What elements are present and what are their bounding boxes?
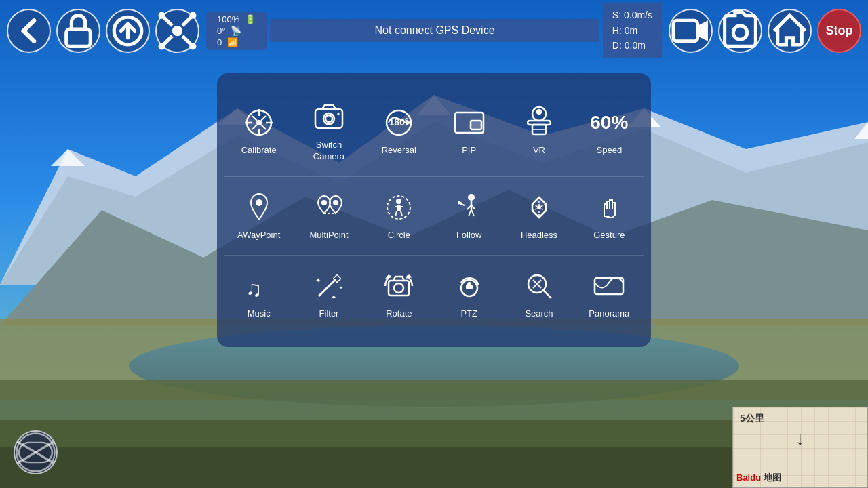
speed-value: 60% [590, 112, 628, 134]
waypoint-icon [242, 190, 276, 224]
drone-button[interactable] [155, 9, 199, 53]
multipoint-label: MultiPoint [309, 230, 348, 241]
follow-item[interactable]: Follow [434, 184, 504, 248]
svg-line-62 [471, 209, 474, 216]
svg-line-55 [395, 211, 397, 216]
calibrate-label: Calibrate [241, 145, 277, 157]
signal-icon: 📡 [231, 26, 241, 36]
battery-info: 100% 🔋 0° 📡 0 📶 [206, 12, 267, 50]
awaypointpoint-item[interactable]: AWayPoint [224, 184, 294, 248]
follow-icon [452, 190, 486, 224]
circle-icon [382, 190, 416, 224]
back-button[interactable] [7, 9, 51, 53]
gesture-label: Gesture [593, 230, 625, 241]
rotate-item[interactable]: Rotate [364, 262, 434, 327]
distance-value: D: 0.0m [612, 38, 652, 53]
header: 100% 🔋 0° 📡 0 📶 Not connect GPS Device S… [0, 0, 868, 61]
music-label: Music [248, 308, 271, 320]
headless-icon [522, 190, 556, 224]
menu-panel: Calibrate SwitchCamera [217, 73, 651, 347]
svg-point-57 [468, 194, 475, 201]
svg-text:♫: ♫ [245, 277, 262, 301]
svg-point-52 [396, 199, 401, 204]
signal2-icon: 📶 [227, 37, 238, 47]
angle2-value: 0 [217, 37, 222, 47]
controller-button[interactable] [14, 430, 58, 474]
switch-camera-item[interactable]: SwitchCamera [294, 94, 363, 169]
headless-item[interactable]: Headless [504, 184, 574, 248]
calibrate-item[interactable]: Calibrate [224, 94, 294, 169]
search-icon [522, 269, 556, 303]
vr-item[interactable]: VR [504, 94, 574, 169]
lock-button[interactable] [56, 9, 100, 53]
svg-point-85 [467, 282, 471, 286]
svg-point-48 [321, 200, 327, 205]
svg-text:✦: ✦ [315, 277, 321, 284]
pip-label: PIP [462, 145, 476, 157]
gesture-item[interactable]: Gesture [574, 184, 644, 248]
svg-rect-34 [315, 109, 342, 128]
music-item[interactable]: ♫ Music [224, 262, 294, 327]
rotate-label: Rotate [386, 308, 412, 320]
svg-point-16 [172, 25, 182, 35]
pip-item[interactable]: PIP [434, 94, 504, 169]
menu-row-2: AWayPoint MultiPoint [224, 177, 644, 256]
battery-icon: 🔋 [245, 14, 256, 24]
search-item[interactable]: Search [504, 262, 574, 327]
record-button[interactable] [669, 9, 713, 53]
height-value: H: 0m [612, 23, 652, 38]
ptz-label: PTZ [460, 308, 477, 320]
battery-percent: 100% [217, 14, 239, 24]
stop-button[interactable]: Stop [817, 9, 861, 53]
header-right-controls: Stop [662, 2, 868, 60]
speed-item[interactable]: 60% Speed [574, 94, 644, 169]
home-button[interactable] [768, 9, 812, 53]
multipoint-item[interactable]: MultiPoint [294, 184, 363, 248]
search-label: Search [525, 308, 553, 320]
reversal-label: Reversal [382, 145, 416, 157]
svg-point-18 [159, 12, 165, 18]
photo-button[interactable] [718, 9, 762, 53]
svg-rect-25 [673, 20, 698, 41]
multipoint-icon [312, 190, 346, 224]
gps-status: Not connect GPS Device [270, 19, 599, 42]
calibrate-icon [242, 106, 276, 140]
ptz-item[interactable]: PTZ [434, 262, 504, 327]
flight-stats: S: 0.0m/s H: 0m D: 0.0m [603, 3, 662, 57]
upload-button[interactable] [106, 9, 150, 53]
angle1-value: 0° [217, 26, 225, 36]
gesture-icon [592, 190, 626, 224]
minimap-scale: 5公里 [740, 413, 764, 425]
speed-label: Speed [597, 145, 623, 157]
panorama-icon [592, 269, 626, 303]
svg-line-56 [401, 211, 402, 216]
menu-row-1: Calibrate SwitchCamera [224, 87, 644, 177]
stop-label: Stop [826, 24, 853, 38]
circle-item[interactable]: Circle [364, 184, 434, 248]
menu-row-3: ♫ Music ✦ ✦ ✦ Filter [224, 256, 644, 333]
svg-point-22 [159, 43, 165, 49]
gps-text: Not connect GPS Device [375, 24, 495, 36]
panorama-label: Panorama [589, 308, 629, 320]
circle-label: Circle [388, 230, 410, 241]
svg-point-43 [537, 110, 541, 114]
svg-point-49 [333, 200, 338, 205]
reversal-item[interactable]: 180° Reversal [364, 94, 434, 169]
waypoint-label: AWayPoint [237, 230, 280, 241]
filter-item[interactable]: ✦ ✦ ✦ Filter [294, 262, 363, 327]
headless-label: Headless [521, 230, 557, 241]
svg-point-79 [394, 283, 403, 293]
filter-label: Filter [319, 308, 339, 320]
pip-icon [452, 106, 486, 140]
filter-icon: ✦ ✦ ✦ [312, 269, 346, 303]
rotate-icon [382, 269, 416, 303]
speed-value: S: 0.0m/s [612, 7, 652, 22]
svg-point-20 [189, 12, 196, 18]
svg-point-47 [256, 199, 262, 206]
reversal-icon: 180° [382, 106, 416, 140]
vr-label: VR [533, 145, 545, 157]
music-icon: ♫ [242, 269, 276, 303]
svg-rect-53 [397, 205, 401, 211]
panorama-item[interactable]: Panorama [574, 262, 644, 327]
minimap-arrow: ↓ [795, 428, 805, 449]
